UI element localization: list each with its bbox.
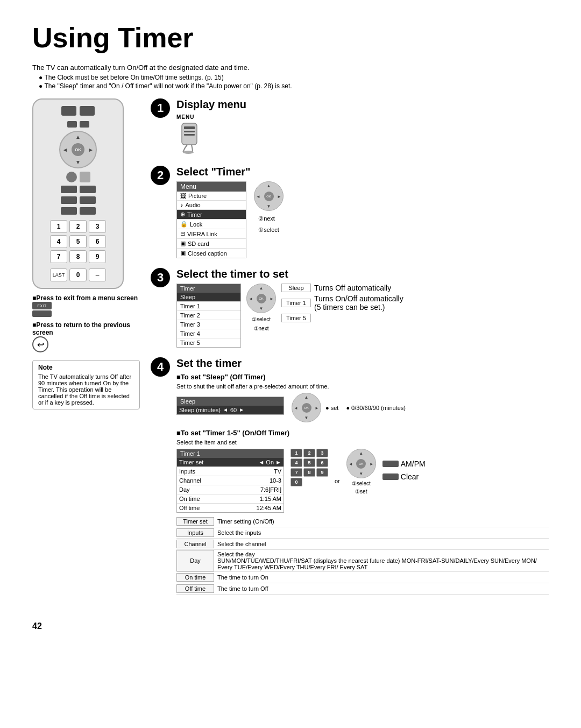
numpad-2[interactable]: 2 <box>69 220 87 233</box>
numpad-8[interactable]: 8 <box>69 250 87 263</box>
press-notes: ■Press to exit from a menu screen EXIT ■… <box>32 294 140 352</box>
dpad-down: ▼ <box>75 159 81 165</box>
numpad-dash[interactable]: – <box>89 268 106 281</box>
remote-rect-btn-2[interactable] <box>80 186 96 193</box>
numpad-9[interactable]: 9 <box>89 250 106 263</box>
sleep-dpad-ok[interactable]: OK <box>302 403 311 413</box>
sleep-key: Sleep <box>281 284 311 292</box>
menu-item-audio: ♪ Audio <box>177 201 246 210</box>
sleep-arrow-left[interactable]: ◄ <box>223 407 228 413</box>
timer-item-5[interactable]: Timer 5 <box>177 338 240 347</box>
timer-item-1[interactable]: Timer 1 <box>177 302 240 311</box>
t-num-1[interactable]: 1 <box>290 449 302 457</box>
step3-nav-next: ②next <box>254 326 269 331</box>
t-num-2[interactable]: 2 <box>303 449 315 457</box>
numpad-0[interactable]: 0 <box>69 268 87 281</box>
last-btn[interactable] <box>382 461 399 467</box>
dpad3-up: ▲ <box>259 286 264 291</box>
remote-rect-btn-3[interactable] <box>61 196 77 204</box>
or-text: or <box>335 478 340 484</box>
remote-settings-btn[interactable] <box>80 172 90 182</box>
t-num-7[interactable]: 7 <box>290 468 302 477</box>
t-num-0[interactable]: 0 <box>290 478 302 486</box>
timer-item-2[interactable]: Timer 2 <box>177 311 240 320</box>
menu-item-timer[interactable]: ⊕ Timer <box>177 210 246 220</box>
step3-content: Select the timer to set Timer Sleep Time… <box>176 268 549 348</box>
remote-rect-btn-6[interactable] <box>80 207 96 215</box>
t-num-4[interactable]: 4 <box>290 458 302 467</box>
remote-dpad[interactable]: ▲ ▼ ◄ ► OK <box>59 131 97 168</box>
clear-btn[interactable] <box>382 473 399 480</box>
t-num-8[interactable]: 8 <box>303 468 315 477</box>
step2-select-label: ①select <box>258 227 279 234</box>
timer-section-title: ■To set "Timer 1-5" (On/Off Timer) <box>176 429 549 437</box>
sleep-mockup-row: Sleep (minutes) ◄ 60 ► <box>177 406 284 414</box>
step3-right: ▲ ▼ ◄ ► OK ①select ②next Sleep <box>246 284 403 331</box>
dpad3-ok[interactable]: OK <box>257 294 266 303</box>
timer-item-4[interactable]: Timer 4 <box>177 329 240 338</box>
ref-val-timer-set: Timer setting (On/Off) <box>217 518 274 525</box>
t-num-3[interactable]: 3 <box>316 449 328 457</box>
exit-btn-visual <box>32 310 52 317</box>
numpad-5[interactable]: 5 <box>69 235 87 248</box>
step2-dpad[interactable]: ▲ ▼ ◄ ► OK <box>254 181 284 211</box>
numpad-4[interactable]: 4 <box>50 235 67 248</box>
dpad-right: ► <box>88 147 94 153</box>
step4-content: Set the timer ■To set "Sleep" (Off Timer… <box>176 357 549 601</box>
timer1-row-offtime: Off time 12:45 AM <box>177 504 284 512</box>
step4-title: Set the timer <box>176 357 549 370</box>
ref-val-inputs: Select the inputs <box>217 529 261 536</box>
t-num-5[interactable]: 5 <box>303 458 315 467</box>
timer-dpad-ok[interactable]: OK <box>356 459 366 469</box>
menu-item-cc: ▣ Closed caption <box>177 249 246 258</box>
menu-header: Menu <box>177 182 246 192</box>
timer1-row-day: Day 7:6[FRI] <box>177 485 284 494</box>
timer-dpad[interactable]: ▲ ▼ ◄ ► OK <box>346 449 376 478</box>
step2-nav-labels: ②next ①select <box>258 215 279 234</box>
remote-numpad: 1 2 3 4 5 6 7 8 9 <box>50 220 106 263</box>
t-num-9[interactable]: 9 <box>316 468 328 477</box>
remote-circle-btn-1[interactable] <box>66 172 77 182</box>
ref-key-offtime: Off time <box>176 584 214 593</box>
timer-numpad: 1 2 3 4 5 6 7 8 9 <box>290 449 328 477</box>
remote-rect-btn-4[interactable] <box>80 196 96 204</box>
timer-item-3[interactable]: Timer 3 <box>177 320 240 329</box>
t-num-6[interactable]: 6 <box>316 458 328 467</box>
svg-rect-3 <box>184 134 195 136</box>
svg-rect-2 <box>184 131 195 132</box>
remote-control: ▲ ▼ ◄ ► OK <box>32 98 124 289</box>
exit-button[interactable]: EXIT <box>32 302 52 309</box>
numpad-3[interactable]: 3 <box>89 220 106 233</box>
menu-item-viera: ⊟ VIERA Link <box>177 229 246 239</box>
timer1-row-inputs: Inputs TV <box>177 467 284 476</box>
numpad-7[interactable]: 7 <box>50 250 67 263</box>
step3-dpad[interactable]: ▲ ▼ ◄ ► OK <box>246 284 276 313</box>
dpad3-down: ▼ <box>259 306 264 311</box>
timer1-row-set[interactable]: Timer set ◄ On ► <box>177 458 284 467</box>
timer-section-desc: Select the item and set <box>176 439 549 446</box>
numpad-6[interactable]: 6 <box>89 235 106 248</box>
timer-item-sleep[interactable]: Sleep <box>177 293 240 302</box>
timer1-key: Timer 1 <box>281 299 311 307</box>
sleep-dpad-left: ◄ <box>294 405 298 410</box>
step2-title: Select "Timer" <box>176 166 549 178</box>
sleep-arrow-right[interactable]: ► <box>239 407 244 413</box>
timer5-info-row: Timer 5 <box>281 314 403 322</box>
sleep-dpad-up: ▲ <box>304 395 309 400</box>
return-button[interactable]: ↩ <box>32 336 48 352</box>
ref-key-channel: Channel <box>176 540 214 548</box>
sleep-row-label: Sleep (minutes) <box>179 407 221 413</box>
dpad2-ok[interactable]: OK <box>264 192 274 201</box>
remote-rect-btn-5[interactable] <box>61 207 77 215</box>
sleep-dpad[interactable]: ▲ ▼ ◄ ► OK <box>292 393 321 422</box>
step1-circle: 1 <box>151 98 170 118</box>
remote-rect-btn-1[interactable] <box>61 186 77 193</box>
step3-timer-list: Timer Sleep Timer 1 Timer 2 Timer 3 Time… <box>176 284 241 348</box>
step4-circle: 4 <box>151 357 170 377</box>
step3: 3 Select the timer to set Timer Sleep Ti… <box>151 268 549 348</box>
dpad2-up: ▲ <box>267 183 271 188</box>
numpad-last[interactable]: LAST <box>50 268 67 281</box>
dpad-ok[interactable]: OK <box>72 143 84 156</box>
sleep-mockup: Sleep Sleep (minutes) ◄ 60 ► <box>176 397 284 415</box>
numpad-1[interactable]: 1 <box>50 220 67 233</box>
